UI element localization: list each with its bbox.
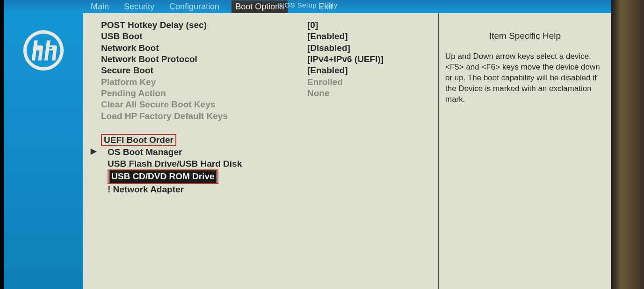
boot-item-network-adapter[interactable]: ! Network Adapter [108,184,303,196]
boot-item-label: USB CD/DVD ROM Drive [109,170,217,183]
setting-network-boot[interactable]: Network Boot [101,42,303,54]
value-usb-boot: [Enabled] [307,31,434,42]
value-post-hotkey-delay: [0] [307,20,434,31]
setting-usb-boot[interactable]: USB Boot [101,31,303,42]
boot-item-usb-flash[interactable]: USB Flash Drive/USB Hard Disk [108,158,303,170]
value-secure-boot: [Enabled] [307,65,434,76]
bios-header: BIOS Setup Utility Main Security Configu… [4,0,611,13]
values-column: [0] [Enabled] [Disabled] [IPv4+IPv6 (UEF… [307,13,438,289]
boot-item-label: ! Network Adapter [108,184,184,194]
boot-item-label: USB Flash Drive/USB Hard Disk [108,159,242,169]
hp-logo-icon [22,29,65,71]
tab-configuration[interactable]: Configuration [166,0,222,13]
tab-main[interactable]: Main [88,0,112,13]
setting-platform-key: Platform Key [101,77,303,88]
value-pending-action: None [307,88,434,99]
help-title: Item Specific Help [445,31,605,41]
triangle-marker-icon: ▶ [91,147,96,156]
setting-post-hotkey-delay[interactable]: POST Hotkey Delay (sec) [101,20,303,31]
setting-load-hp-default-keys: Load HP Factory Default Keys [101,111,303,122]
setting-secure-boot[interactable]: Secure Boot [101,65,303,76]
logo-sidebar [4,13,83,289]
uefi-boot-order-header: UEFI Boot Order [101,134,176,146]
value-network-boot-protocol: [IPv4+IPv6 (UEFI)] [307,54,434,65]
utility-title: BIOS Setup Utility [277,1,338,9]
boot-item-usb-cd-dvd[interactable]: USB CD/DVD ROM Drive [108,169,218,184]
boot-item-os-boot-manager[interactable]: ▶ OS Boot Manager [108,147,303,158]
value-network-boot: [Disabled] [307,42,434,54]
help-panel: Item Specific Help Up and Down arrow key… [438,13,611,289]
setting-pending-action: Pending Action [101,88,303,99]
boot-item-label: OS Boot Manager [108,147,182,157]
settings-column: POST Hotkey Delay (sec) USB Boot Network… [83,13,307,289]
help-body: Up and Down arrow keys select a device. … [445,51,605,105]
setting-clear-secure-boot-keys: Clear All Secure Boot Keys [101,99,303,110]
tab-security[interactable]: Security [121,0,157,13]
setting-network-boot-protocol[interactable]: Network Boot Protocol [101,54,303,65]
value-platform-key: Enrolled [307,77,434,88]
